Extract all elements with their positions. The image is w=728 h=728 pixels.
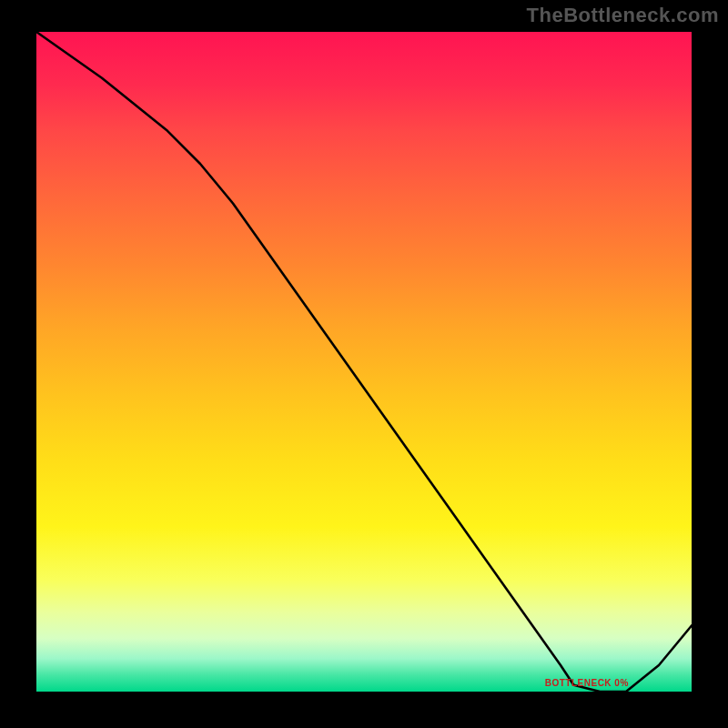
annotation-bottleneck-zero: BOTTLENECK 0% xyxy=(545,678,629,688)
chart-container: TheBottleneck.com BOTTLENECK 0% xyxy=(0,0,728,728)
plot-area: BOTTLENECK 0% xyxy=(36,32,692,692)
watermark-text: TheBottleneck.com xyxy=(527,4,719,27)
bottleneck-line xyxy=(36,32,692,692)
line-overlay xyxy=(36,32,692,692)
